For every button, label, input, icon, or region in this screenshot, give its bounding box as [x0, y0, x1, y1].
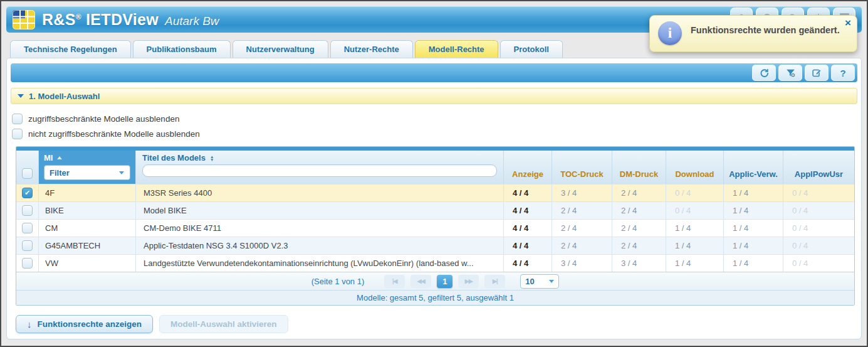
dm-druck-cell: 2 / 4 [612, 184, 666, 201]
select-all-checkbox[interactable]: ✔ [22, 168, 33, 179]
toast-message: Funktionsrechte wurden geändert. [691, 25, 840, 35]
column-header-applpowusr: ApplPowUsr [783, 151, 854, 184]
chevron-down-icon [549, 280, 554, 283]
hide-unrestricted-checkbox[interactable]: ✔ [12, 129, 23, 139]
row-checkbox-cell: ✔ [16, 184, 39, 201]
toc-druck-cell: 2 / 4 [552, 237, 612, 254]
section-header-modell-auswahl[interactable]: 1. Modell-Auswahl [11, 88, 857, 104]
table-row[interactable]: ✔ CM CM-Demo BIKE 4711 4 / 4 2 / 4 2 / 4… [16, 219, 854, 237]
content-panel: ? 1. Modell-Auswahl ✔ zugriffsbeschränkt… [6, 58, 862, 339]
applpowusr-cell: 0 / 4 [783, 237, 854, 254]
last-page-button[interactable]: ▶| [484, 275, 505, 288]
column-header-applic-verw: Applic-Verw. [724, 151, 783, 184]
row-checkbox[interactable]: ✔ [22, 205, 33, 216]
tab-nutzerverwaltung[interactable]: Nutzerverwaltung [233, 40, 328, 58]
help-button[interactable]: ? [831, 65, 855, 81]
refresh-icon [759, 68, 770, 78]
download-cell: 0 / 4 [666, 184, 724, 201]
select-all-cell: ✔ [16, 151, 39, 184]
column-header-download: Download [666, 151, 724, 184]
mi-filter-dropdown[interactable]: Filter [44, 165, 130, 180]
page-size-select[interactable]: 10 [520, 274, 559, 289]
applic-verw-cell: 1 / 4 [724, 237, 783, 254]
edit-button[interactable] [805, 65, 829, 81]
tab-nutzer-rechte[interactable]: Nutzer-Rechte [330, 40, 413, 58]
download-cell: 1 / 4 [666, 254, 724, 272]
row-checkbox-cell: ✔ [16, 237, 39, 254]
action-button-row: ↓ Funktionsrechte anzeigen Modell-Auswah… [16, 315, 861, 333]
applpowusr-cell: 0 / 4 [783, 254, 854, 272]
info-icon: i [658, 21, 682, 45]
current-page-button[interactable]: 1 [437, 275, 452, 288]
row-checkbox-cell: ✔ [16, 219, 39, 237]
model-table: ✔ MI Filter Titel des Models ▲▼ [16, 146, 855, 306]
anzeige-cell: 4 / 4 [504, 201, 552, 219]
clear-filter-icon [785, 68, 796, 78]
toast-close-button[interactable]: × [845, 18, 851, 28]
mi-cell: CM [39, 219, 136, 237]
row-checkbox[interactable]: ✔ [22, 223, 33, 233]
app-subtitle: Autark Bw [165, 14, 219, 28]
row-checkbox[interactable]: ✔ [22, 240, 33, 251]
applpowusr-cell: 0 / 4 [783, 219, 854, 237]
mi-sort-header[interactable]: MI [44, 153, 130, 163]
mi-filter-label: Filter [44, 168, 113, 178]
anzeige-cell: 4 / 4 [504, 219, 552, 237]
funktionsrechte-anzeigen-button[interactable]: ↓ Funktionsrechte anzeigen [16, 315, 153, 333]
dm-druck-cell: 3 / 4 [612, 254, 666, 272]
dropdown-arrow-icon [113, 171, 130, 174]
hide-restricted-checkbox[interactable]: ✔ [12, 114, 23, 124]
mi-column-header: MI Filter [39, 151, 136, 184]
toc-druck-cell: 2 / 4 [552, 201, 612, 219]
applic-verw-cell: 1 / 4 [724, 254, 783, 272]
tab-publikationsbaum[interactable]: Publikationsbaum [133, 40, 231, 58]
tab-protokoll[interactable]: Protokoll [500, 40, 563, 58]
brand: R&S® IETDView Autark Bw [13, 10, 219, 29]
clear-filter-button[interactable] [778, 65, 802, 81]
filter-option-label: zugriffsbeschränkte Modelle ausblenden [28, 114, 179, 124]
filter-option-row: ✔ nicht zugriffsbeschränkte Modelle ausb… [12, 129, 857, 139]
table-row[interactable]: ✔ BIKE Model BIKE 4 / 4 2 / 4 2 / 4 0 / … [16, 201, 854, 219]
column-header-anzeige: Anzeige [504, 151, 552, 184]
download-cell: 0 / 4 [666, 201, 724, 219]
app-window: R&S® IETDView Autark Bw ? Technische Reg… [0, 0, 868, 347]
title-column-header: Titel des Models ▲▼ [136, 151, 504, 184]
table-row[interactable]: ✔ G45AMBTECH Applic-Testdaten NSG 3.4 S1… [16, 237, 854, 254]
table-row[interactable]: ✔ VW Landgestützte Verwundetendekontamin… [16, 254, 854, 272]
anzeige-cell: 4 / 4 [504, 184, 552, 201]
toast-notification: i Funktionsrechte wurden geändert. × [649, 15, 857, 52]
collapse-caret-icon [18, 94, 24, 98]
applpowusr-cell: 0 / 4 [783, 184, 854, 201]
filter-option-label: nicht zugriffsbeschränkte Modelle ausble… [28, 129, 200, 139]
row-checkbox[interactable]: ✔ [22, 258, 33, 269]
download-cell: 1 / 4 [666, 219, 724, 237]
mi-cell: VW [39, 254, 136, 272]
toc-druck-cell: 3 / 4 [552, 184, 612, 201]
first-page-button[interactable]: |◀ [384, 275, 405, 288]
row-checkbox-cell: ✔ [16, 201, 39, 219]
last-page-icon: ▶| [493, 278, 497, 284]
title-sort-header[interactable]: Titel des Models ▲▼ [142, 153, 497, 163]
previous-page-button[interactable]: ◀◀ [410, 275, 431, 288]
title-cell: M3SR Series 4400 [136, 184, 504, 201]
tab-technische-regelungen[interactable]: Technische Regelungen [10, 40, 131, 58]
title-cell: Landgestützte Verwundetendekontamination… [136, 254, 504, 272]
next-page-icon: ▶▶ [465, 278, 473, 284]
tab-modell-rechte[interactable]: Modell-Rechte [415, 40, 498, 58]
next-page-button[interactable]: ▶▶ [458, 275, 479, 288]
row-checkbox[interactable]: ✔ [22, 188, 33, 198]
arrow-down-icon: ↓ [27, 319, 32, 329]
anzeige-cell: 4 / 4 [504, 237, 552, 254]
toc-druck-cell: 3 / 4 [552, 254, 612, 272]
refresh-button[interactable] [752, 65, 776, 81]
sort-both-icon: ▲▼ [210, 155, 214, 161]
first-page-icon: |◀ [392, 278, 397, 284]
section-title: 1. Modell-Auswahl [29, 92, 100, 101]
rs-logo-icon [13, 10, 35, 29]
applic-verw-cell: 1 / 4 [724, 219, 783, 237]
title-filter-input[interactable] [142, 164, 497, 177]
model-count-status: Modelle: gesamt 5, gefiltert 5, ausgewäh… [357, 293, 514, 302]
table-row[interactable]: ✔ 4F M3SR Series 4400 4 / 4 3 / 4 2 / 4 … [16, 184, 854, 201]
edit-icon [812, 68, 822, 78]
app-title: R&S® IETDView [42, 11, 159, 29]
